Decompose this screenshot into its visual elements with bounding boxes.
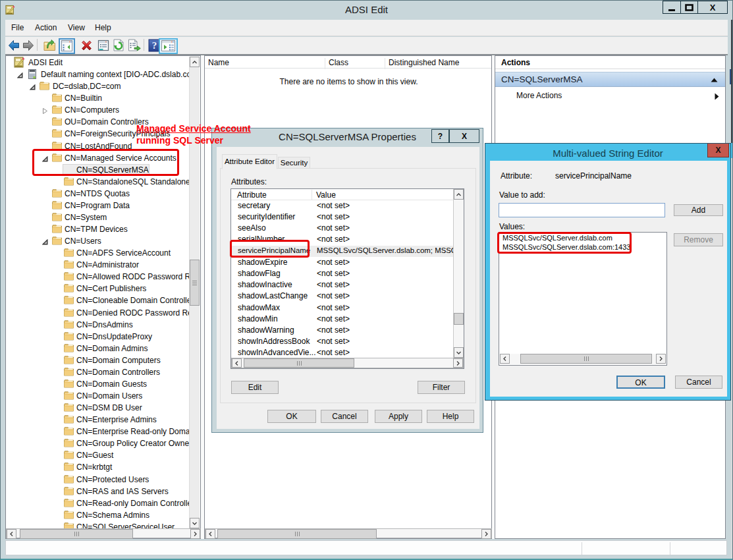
- svg-text:?: ?: [152, 40, 157, 51]
